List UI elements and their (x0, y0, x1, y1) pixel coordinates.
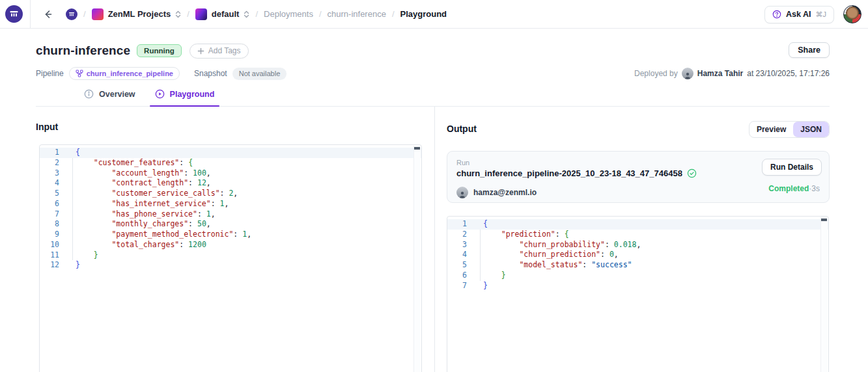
playground-content: Input 1{2 "customer_features": {3 "accou… (0, 107, 868, 372)
code-line[interactable]: 5 "customer_service_calls": 2, (40, 189, 421, 199)
breadcrumb-deployments-link[interactable]: Deployments (264, 9, 313, 19)
chevron-updown-icon (175, 10, 181, 18)
deployed-by-name: Hamza Tahir (697, 69, 743, 78)
deployed-by-label: Deployed by (634, 69, 678, 78)
tab-overview[interactable]: Overview (79, 89, 141, 106)
line-number: 12 (40, 260, 59, 271)
share-button[interactable]: Share (789, 42, 830, 58)
line-number: 6 (447, 271, 467, 281)
snapshot-label: Snapshot (194, 69, 227, 78)
line-number: 10 (40, 240, 59, 250)
user-avatar[interactable] (843, 5, 861, 23)
indent-guide (480, 230, 481, 281)
breadcrumb-separator: / (255, 9, 258, 19)
output-view-toggle: Preview JSON (749, 121, 830, 138)
breadcrumb-separator: / (187, 9, 189, 19)
tab-playground[interactable]: Playground (150, 89, 220, 106)
code-line: 6 } (447, 271, 828, 281)
code-line: 5 "model_status": "success" (447, 260, 828, 271)
toggle-json[interactable]: JSON (793, 122, 829, 137)
toggle-preview[interactable]: Preview (749, 122, 793, 137)
scrollbar-thumb[interactable] (821, 219, 827, 221)
code-line[interactable]: 4 "contract_length": 12, (40, 178, 421, 189)
code-line[interactable]: 10 "total_charges": 1200 (40, 240, 421, 250)
project-name: default (212, 9, 240, 19)
line-number: 5 (40, 189, 59, 199)
snapshot-value-badge: Not available (232, 68, 287, 80)
check-circle-icon (687, 168, 697, 178)
pipeline-icon (76, 70, 83, 77)
line-number: 2 (447, 230, 467, 240)
top-navigation-bar: / ZenML Projects / default / Deployments… (0, 0, 868, 29)
breadcrumb: / ZenML Projects / default / Deployments… (66, 8, 447, 20)
breadcrumb-org-switcher[interactable]: ZenML Projects (92, 8, 182, 20)
back-button[interactable] (38, 5, 57, 23)
run-status: Completed·3s (768, 184, 820, 193)
breadcrumb-current-page: Playground (400, 9, 447, 19)
breadcrumb-separator: / (392, 9, 395, 19)
code-line[interactable]: 1{ (40, 148, 421, 158)
code-line: 7} (447, 281, 828, 291)
line-number: 2 (40, 158, 59, 168)
line-number: 4 (447, 250, 467, 260)
chevron-updown-icon (244, 10, 249, 18)
output-editor-scrollbar[interactable] (820, 217, 828, 372)
add-tags-button[interactable]: Add Tags (189, 44, 249, 59)
output-json-viewer: 1{2 "prediction": {3 "churn_probability"… (447, 216, 829, 372)
org-avatar-icon (92, 8, 104, 20)
deployer-avatar (682, 68, 693, 79)
code-line[interactable]: 9 "payment_method_electronic": 1, (40, 230, 421, 240)
tab-bar: Overview Playground (36, 89, 830, 107)
run-details-button[interactable]: Run Details (762, 159, 822, 176)
code-line[interactable]: 3 "account_length": 100, (40, 168, 421, 179)
info-circle-icon (84, 89, 94, 99)
zenml-home-icon[interactable] (66, 8, 77, 20)
question-circle-icon (772, 10, 781, 19)
run-card: Run churn_inference_pipeline-2025_10_23-… (447, 151, 830, 203)
input-editor-scrollbar[interactable] (413, 146, 421, 372)
code-line[interactable]: 11 } (40, 250, 421, 261)
code-line: 1{ (447, 219, 828, 230)
app-logo-container (0, 0, 31, 29)
run-name: churn_inference_pipeline-2025_10_23-18_4… (456, 168, 682, 178)
ask-ai-label: Ask AI (786, 10, 811, 19)
line-number: 5 (447, 260, 467, 271)
code-line: 4 "churn_prediction": 0, (447, 250, 828, 260)
code-line[interactable]: 12} (40, 260, 421, 271)
ask-ai-button[interactable]: Ask AI ⌘J (764, 6, 834, 23)
input-json-editor[interactable]: 1{2 "customer_features": {3 "account_len… (39, 144, 422, 372)
pipeline-label: Pipeline (36, 69, 64, 78)
zenml-logo-icon[interactable] (5, 5, 23, 23)
org-name: ZenML Projects (108, 9, 171, 19)
code-line: 3 "churn_probability": 0.018, (447, 240, 828, 250)
line-number: 7 (447, 281, 467, 291)
line-number: 3 (40, 168, 59, 179)
code-line[interactable]: 8 "monthly_charges": 50, (40, 219, 421, 230)
code-line[interactable]: 6 "has_internet_service": 1, (40, 199, 421, 209)
code-line: 2 "prediction": { (447, 230, 828, 240)
pipeline-link[interactable]: churn_inference_pipeline (69, 67, 180, 80)
deployment-header: churn-inference Running Add Tags Share P… (0, 42, 868, 107)
run-user-email: hamza@zenml.io (473, 188, 537, 197)
scrollbar-thumb[interactable] (414, 147, 420, 150)
tab-playground-label: Playground (170, 90, 215, 99)
deployed-by-line: Deployed by Hamza Tahir at 23/10/2025, 1… (634, 68, 830, 79)
project-avatar-icon (195, 8, 207, 20)
line-number: 7 (40, 209, 59, 220)
breadcrumb-project-switcher[interactable]: default (195, 8, 250, 20)
panel-divider (434, 107, 435, 372)
breadcrumb-deployment-link[interactable]: churn-inference (328, 9, 386, 19)
input-panel-title: Input (36, 122, 58, 132)
page-title: churn-inference (36, 44, 130, 58)
deployed-at-timestamp: at 23/10/2025, 17:17:26 (747, 69, 830, 78)
breadcrumb-separator: / (83, 9, 86, 19)
code-line[interactable]: 7 "has_phone_service": 1, (40, 209, 421, 220)
pipeline-name: churn_inference_pipeline (87, 70, 173, 77)
ask-ai-shortcut: ⌘J (816, 10, 827, 19)
code-line[interactable]: 2 "customer_features": { (40, 158, 421, 168)
topbar-right-group: Ask AI ⌘J (764, 0, 861, 29)
line-number: 8 (40, 219, 59, 230)
line-number: 11 (40, 250, 59, 261)
line-number: 1 (40, 148, 59, 158)
line-number: 6 (40, 199, 59, 209)
